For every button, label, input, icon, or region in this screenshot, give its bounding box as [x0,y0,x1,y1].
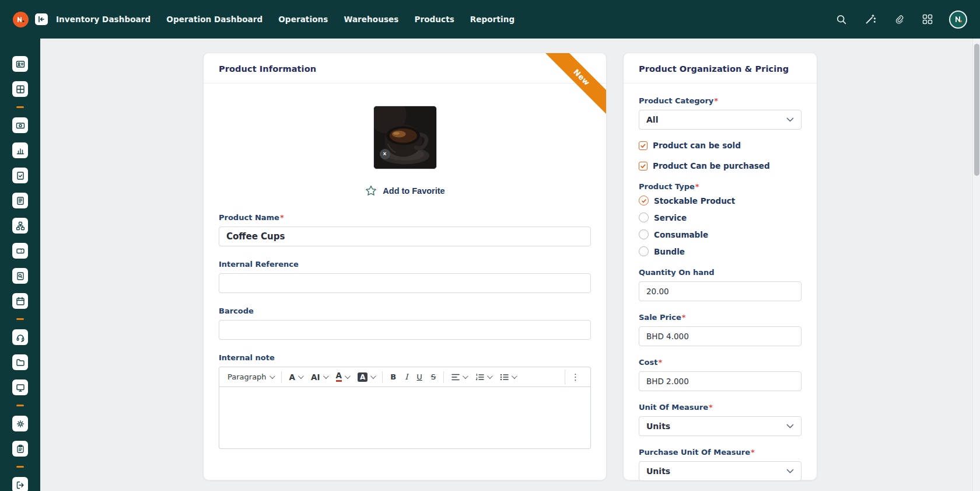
paragraph-style-select[interactable]: Paragraph [224,370,277,384]
font-color-button[interactable]: A [332,370,352,385]
chevron-down-icon [463,373,468,379]
pricelist-icon[interactable] [12,117,28,133]
highlight-color-button[interactable]: A [354,370,378,384]
cost-input[interactable] [639,371,802,391]
sidebar-divider [16,106,24,108]
toolbar-divider [382,371,383,383]
main-content: New Product Information [40,39,980,491]
ticket-icon[interactable] [12,243,28,259]
user-avatar[interactable] [949,11,967,29]
underline-button[interactable]: U [413,370,426,384]
nav-operations[interactable]: Operations [278,15,328,24]
nav-operation-dashboard[interactable]: Operation Dashboard [166,15,262,24]
product-information-header: Product Information [204,53,606,83]
left-sidebar [0,0,40,491]
id-card-icon[interactable] [12,56,28,72]
document-check-icon[interactable] [12,168,28,183]
required-marker: * [280,213,284,222]
internal-reference-input[interactable] [219,273,591,293]
nav-inventory-dashboard[interactable]: Inventory Dashboard [56,15,150,24]
chevron-down-icon [786,117,794,122]
folder-icon[interactable] [12,354,28,370]
product-category-select[interactable]: All [639,110,802,130]
barcode-input[interactable] [219,320,591,340]
clipboard-icon[interactable] [12,441,28,457]
main-nav-menu: Inventory Dashboard Operation Dashboard … [56,15,514,24]
page-scrollbar[interactable] [972,39,980,491]
hierarchy-icon[interactable] [12,218,28,234]
add-to-favorite-button[interactable]: Add to Favorite [365,184,444,197]
monitor-icon[interactable] [12,379,28,395]
checkbox-checked-icon [639,141,648,150]
logo-mark-icon [16,15,26,25]
product-information-card: New Product Information [203,53,607,480]
chevron-down-icon [298,373,304,379]
sale-price-input[interactable] [639,326,802,346]
pricing-card-body: Product Category* All Product can be sol… [624,83,817,481]
cost-label: Cost* [639,358,802,367]
document-search-icon[interactable] [12,268,28,284]
product-can-be-sold-label: Product can be sold [653,141,741,150]
internal-reference-field-group: Internal Reference [219,260,591,293]
chevron-down-icon [270,373,275,379]
apps-grid-button[interactable] [921,13,934,26]
unit-of-measure-select[interactable]: Units [639,416,802,436]
notebook-icon[interactable] [12,193,28,208]
quantity-on-hand-input[interactable] [639,281,802,301]
product-category-label: Product Category* [639,96,802,105]
attachment-button[interactable] [892,13,906,26]
sidebar-collapse-button[interactable] [35,13,48,25]
settings-icon[interactable] [12,416,28,431]
radio-service[interactable]: Service [639,213,802,222]
pricing-card-header: Product Organization & Pricing [624,53,817,83]
logout-icon[interactable] [12,477,28,491]
radio-bundle[interactable]: Bundle [639,246,802,256]
product-can-be-purchased-label: Product Can be purchased [653,161,770,170]
bar-chart-icon[interactable] [12,142,28,158]
text-align-button[interactable] [448,371,470,383]
nav-products[interactable]: Products [414,15,454,24]
radio-stockable-product[interactable]: Stockable Product [639,196,802,206]
product-information-title: Product Information [219,64,316,74]
radio-unselected-icon [639,229,649,239]
purchase-unit-of-measure-select[interactable]: Units [639,461,802,481]
scrollbar-thumb[interactable] [974,44,979,176]
align-left-icon [452,374,460,381]
bullet-list-icon [500,374,509,381]
magic-wand-button[interactable] [863,12,877,26]
calendar-icon[interactable] [12,293,28,309]
report-grid-icon[interactable] [12,81,28,97]
purchase-unit-of-measure-label: Purchase Unit Of Measure* [639,448,802,457]
sidebar-divider [16,318,24,320]
bold-button[interactable]: B [387,370,400,384]
rich-text-editor: Paragraph A AI A [219,367,591,449]
product-category-value: All [646,115,658,124]
numbered-list-button[interactable] [472,371,495,383]
italic-button[interactable]: I [401,370,411,384]
required-marker: * [682,313,686,322]
product-name-input[interactable] [219,227,591,246]
nav-reporting[interactable]: Reporting [470,15,514,24]
bullet-list-button[interactable] [496,371,519,383]
font-size-button[interactable]: A [286,370,306,384]
ai-assistant-button[interactable]: AI [307,370,330,384]
search-button[interactable] [835,13,848,26]
chevron-down-icon [487,373,493,379]
nav-warehouses[interactable]: Warehouses [344,15,398,24]
toolbar-overflow-button[interactable]: ⋮ [565,370,586,385]
product-photo[interactable] [373,106,437,169]
radio-consumable[interactable]: Consumable [639,229,802,239]
collapse-left-icon [38,16,45,23]
purchase-unit-of-measure-value: Units [646,466,670,476]
toolbar-divider [281,371,282,383]
stockable-product-label: Stockable Product [654,196,735,206]
headset-icon[interactable] [12,329,28,345]
strikethrough-button[interactable]: S [428,370,439,384]
app-logo[interactable] [13,12,29,27]
internal-note-textarea[interactable] [219,387,590,448]
product-can-be-sold-checkbox-row[interactable]: Product can be sold [639,141,802,150]
radio-selected-icon [639,196,649,206]
product-can-be-purchased-checkbox-row[interactable]: Product Can be purchased [639,161,802,170]
unit-of-measure-value: Units [646,422,670,431]
remove-image-button[interactable]: × [380,149,390,159]
